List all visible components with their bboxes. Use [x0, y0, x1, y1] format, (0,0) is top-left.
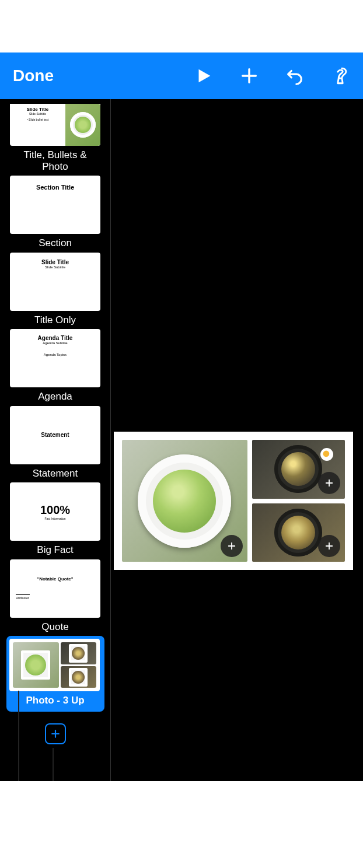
layout-title-bullets-photo[interactable]: Slide Title Slide Subtitle • Slide bulle…: [10, 104, 100, 172]
layout-label: Photo - 3 Up: [9, 695, 102, 709]
thumb-subtitle: Slide Subtitle: [12, 112, 63, 116]
image-placeholder-2[interactable]: [252, 440, 345, 499]
image-placeholder-3[interactable]: [252, 503, 345, 562]
play-icon[interactable]: [194, 66, 214, 86]
placeholder-image: [138, 454, 231, 548]
thumb-subtitle: Slide Subtitle: [16, 265, 95, 269]
thumb-title: Section Title: [10, 176, 100, 199]
thumb-title: Agenda Title: [16, 335, 95, 341]
placeholder-image: [274, 445, 322, 493]
add-media-icon[interactable]: [318, 472, 340, 494]
layout-label: Section: [10, 237, 100, 249]
layout-label: Title, Bullets & Photo: [10, 149, 100, 172]
slide-canvas[interactable]: [111, 99, 363, 781]
main-slide[interactable]: [114, 432, 353, 570]
leader-line: [53, 748, 54, 781]
layout-title-only[interactable]: Slide Title Slide Subtitle Title Only: [10, 253, 100, 326]
image-placeholder-1[interactable]: [122, 440, 247, 562]
thumb-subtitle: Agenda Subtitle: [16, 341, 95, 345]
layout-big-fact[interactable]: 100% Fact Information Big Fact: [10, 482, 100, 556]
app-window: Done: [0, 52, 363, 781]
layout-label: Title Only: [10, 314, 100, 326]
thumb-title: Slide Title: [41, 259, 69, 265]
add-media-icon[interactable]: [318, 535, 340, 557]
done-button[interactable]: Done: [13, 66, 54, 85]
layout-agenda[interactable]: Agenda Title Agenda Subtitle Agenda Topi…: [10, 329, 100, 402]
layout-label: Quote: [10, 621, 100, 633]
thumb-attribution: Attribution: [16, 594, 30, 600]
layout-label: Statement: [10, 468, 100, 480]
thumb-topics: Agenda Topics: [16, 353, 95, 356]
toolbar: Done: [0, 52, 363, 99]
thumb-title: Statement: [10, 406, 100, 464]
layout-label: Big Fact: [10, 544, 100, 556]
add-slide-layout-button[interactable]: [45, 723, 66, 744]
placeholder-image-detail: [320, 448, 333, 461]
slide-layout-sidebar[interactable]: Slide Title Slide Subtitle • Slide bulle…: [0, 99, 111, 781]
layout-label: Agenda: [10, 391, 100, 402]
add-placeholder-button[interactable]: [239, 66, 259, 86]
layout-photo-3-up[interactable]: Photo - 3 Up: [6, 636, 104, 712]
layout-quote[interactable]: "Notable Quote" Attribution Quote: [10, 559, 100, 633]
thumb-subtitle: Fact Information: [44, 517, 65, 520]
thumb-bullet: Slide bullet text: [29, 118, 48, 121]
thumb-title: "Notable Quote": [37, 576, 73, 582]
layout-statement[interactable]: Statement Statement: [10, 406, 100, 480]
placeholder-image: [274, 509, 322, 556]
thumb-title: Slide Title: [27, 107, 49, 112]
add-media-icon[interactable]: [221, 535, 243, 557]
format-brush-icon[interactable]: [330, 66, 350, 86]
leader-line: [18, 691, 19, 781]
undo-button[interactable]: [285, 66, 305, 86]
thumb-title: 100%: [40, 503, 70, 517]
layout-section[interactable]: Section Title Section: [10, 176, 100, 249]
